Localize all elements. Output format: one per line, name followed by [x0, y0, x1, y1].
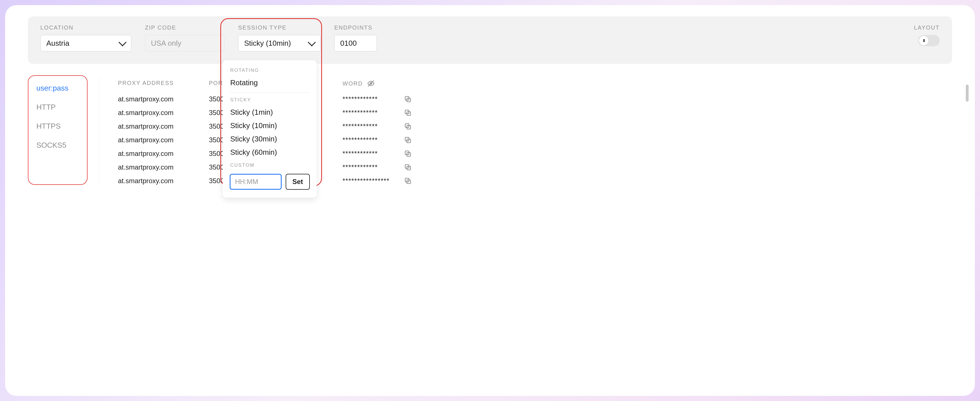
eye-off-icon[interactable] [367, 80, 375, 87]
endpoints-value: 0100 [340, 39, 357, 48]
cell-password: ************ [342, 163, 391, 171]
set-button[interactable]: Set [286, 174, 310, 190]
filter-location-label: LOCATION [40, 24, 131, 31]
copy-button[interactable] [404, 109, 412, 117]
tab-userpass[interactable]: user:pass [37, 84, 76, 93]
chevron-down-icon [308, 38, 316, 46]
cell-password: **************** [342, 177, 391, 185]
filter-session-label: SESSION TYPE [238, 24, 321, 31]
location-select-value: Austria [46, 39, 69, 48]
filter-zip: ZIP CODE USA only [145, 24, 224, 51]
dd-item-rotating[interactable]: Rotating [230, 76, 310, 89]
cell-address: at.smartproxy.com [118, 95, 209, 103]
scrollbar-thumb[interactable] [966, 85, 969, 101]
cell-password: ************ [342, 122, 391, 130]
session-select[interactable]: Sticky (10min) [238, 35, 321, 51]
tab-socks5[interactable]: SOCKS5 [37, 141, 76, 150]
grip-icon: III [923, 38, 924, 43]
cell-address: at.smartproxy.com [118, 109, 209, 117]
filter-layout: LAYOUT III [914, 24, 940, 46]
layout-toggle[interactable]: III [918, 35, 940, 46]
cell-address: at.smartproxy.com [118, 136, 209, 144]
copy-icon [404, 150, 412, 158]
filter-session: SESSION TYPE Sticky (10min) [238, 24, 321, 51]
toggle-knob: III [919, 36, 928, 45]
zip-input[interactable]: USA only [145, 35, 224, 51]
location-select[interactable]: Austria [40, 35, 131, 51]
col-header-password: WORD [342, 80, 391, 87]
dd-divider [230, 92, 310, 93]
copy-icon [404, 122, 412, 130]
dd-item-sticky-1[interactable]: Sticky (1min) [230, 106, 310, 119]
filter-location: LOCATION Austria [40, 24, 131, 51]
dd-label-sticky: STICKY [230, 97, 310, 103]
filter-zip-label: ZIP CODE [145, 24, 224, 31]
dd-item-sticky-10[interactable]: Sticky (10min) [230, 119, 310, 132]
cell-address: at.smartproxy.com [118, 177, 209, 185]
session-dropdown: ROTATING Rotating STICKY Sticky (1min) S… [223, 60, 317, 198]
auth-tabs: user:pass HTTP HTTPS SOCKS5 [28, 75, 88, 185]
cell-address: at.smartproxy.com [118, 122, 209, 130]
custom-time-placeholder: HH:MM [235, 178, 258, 186]
copy-icon [404, 109, 412, 117]
dd-label-custom: CUSTOM [230, 162, 310, 168]
app-window: LOCATION Austria ZIP CODE USA only SESSI… [5, 5, 975, 396]
copy-icon [404, 136, 412, 144]
zip-placeholder: USA only [151, 39, 181, 48]
session-select-value: Sticky (10min) [244, 39, 291, 48]
cell-password: ************ [342, 136, 391, 144]
chevron-down-icon [119, 38, 126, 46]
copy-icon [404, 177, 412, 185]
copy-button[interactable] [404, 150, 412, 158]
cell-password: ************ [342, 150, 391, 158]
cell-password: ************ [342, 95, 391, 103]
set-button-label: Set [293, 178, 303, 186]
filter-endpoints: ENDPOINTS 0100 [334, 24, 377, 51]
dd-label-rotating: ROTATING [230, 68, 310, 73]
filters-bar: LOCATION Austria ZIP CODE USA only SESSI… [28, 16, 952, 64]
dd-item-sticky-60[interactable]: Sticky (60min) [230, 146, 310, 159]
copy-button[interactable] [404, 136, 412, 144]
copy-icon [404, 95, 412, 103]
copy-button[interactable] [404, 122, 412, 130]
col-header-password-text: WORD [342, 80, 363, 87]
copy-button[interactable] [404, 95, 412, 103]
col-header-address: PROXY ADDRESS [118, 80, 209, 87]
content-row: user:pass HTTP HTTPS SOCKS5 PROXY ADDRES… [28, 75, 952, 185]
copy-button[interactable] [404, 177, 412, 185]
copy-icon [404, 163, 412, 171]
tab-http[interactable]: HTTP [37, 103, 76, 112]
dd-custom-row: HH:MM Set [230, 174, 310, 190]
filter-layout-label: LAYOUT [914, 24, 940, 31]
tab-https[interactable]: HTTPS [37, 122, 76, 131]
divider [99, 78, 99, 185]
dd-item-sticky-30[interactable]: Sticky (30min) [230, 132, 310, 146]
cell-password: ************ [342, 109, 391, 117]
custom-time-input[interactable]: HH:MM [230, 174, 282, 190]
filter-endpoints-label: ENDPOINTS [334, 24, 377, 31]
copy-button[interactable] [404, 163, 412, 171]
endpoints-input[interactable]: 0100 [334, 35, 377, 51]
cell-address: at.smartproxy.com [118, 163, 209, 171]
cell-address: at.smartproxy.com [118, 150, 209, 158]
